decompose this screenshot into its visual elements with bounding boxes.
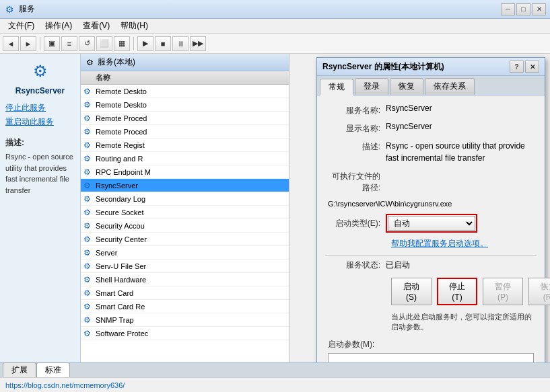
service-row-routing[interactable]: ⚙ Routing and R — [81, 152, 289, 165]
service-icon: ⚙ — [83, 114, 93, 123]
service-row-rpc-endpoint[interactable]: ⚙ RPC Endpoint M — [81, 165, 289, 179]
dialog-tabs: 常规 登录 恢复 依存关系 — [317, 76, 545, 95]
menu-file[interactable]: 文件(F) — [3, 19, 40, 33]
pause-button[interactable]: ⏸ — [172, 36, 188, 51]
desc-label: 描述: — [325, 140, 386, 153]
help-link[interactable]: 帮助我配置服务启动选项。 — [391, 238, 537, 249]
startup-type-row: 启动类型(E): 自动 手动 禁用 — [325, 214, 537, 233]
service-row-secure-socket[interactable]: ⚙ Secure Socket — [81, 206, 289, 219]
service-row-remote-desktop-2[interactable]: ⚙ Remote Deskto — [81, 98, 289, 112]
service-icon: ⚙ — [83, 302, 93, 311]
service-row-software-protec[interactable]: ⚙ Software Protec — [81, 327, 289, 340]
services-icon: ⚙ — [30, 61, 51, 82]
service-icon: ⚙ — [83, 194, 93, 204]
left-panel: ⚙ RsyncServer 停止此服务 重启动此服务 描述: Rsync - o… — [0, 54, 81, 392]
startup-type-label: 启动类型(E): — [325, 218, 386, 229]
service-row-remote-regist[interactable]: ⚙ Remote Regist — [81, 139, 289, 152]
left-panel-title: RsyncServer — [15, 86, 65, 95]
menu-bar: 文件(F) 操作(A) 查看(V) 帮助(H) — [0, 19, 550, 34]
status-label: 服务状态: — [325, 260, 386, 271]
toolbar-sep-1 — [40, 37, 40, 50]
dialog-content: 服务名称: RsyncServer 显示名称: RsyncServer 描述: … — [317, 95, 545, 372]
services-list-header: 名称 — [81, 71, 289, 85]
window-controls: ─ □ ✕ — [501, 3, 546, 15]
service-description: Rsync - open source utility that provide… — [5, 151, 75, 196]
service-row-secondary-log[interactable]: ⚙ Secondary Log — [81, 192, 289, 206]
window-title: 服务 — [19, 3, 501, 15]
dialog-help-button[interactable]: ? — [510, 61, 524, 73]
service-icon: ⚙ — [83, 275, 93, 284]
tab-recovery[interactable]: 恢复 — [390, 78, 423, 95]
restart-button[interactable]: ▶▶ — [190, 36, 206, 51]
service-row-snmp-trap[interactable]: ⚙ SNMP Trap — [81, 313, 289, 327]
service-row-security-center[interactable]: ⚙ Security Center — [81, 233, 289, 246]
service-icon: ⚙ — [83, 262, 93, 271]
menu-view[interactable]: 查看(V) — [77, 19, 115, 33]
path-label: 可执行文件的路径: — [325, 169, 386, 194]
dialog-close-button[interactable]: ✕ — [525, 61, 539, 73]
center-header: ⚙ 服务(本地) — [81, 54, 289, 71]
stop-button[interactable]: ■ — [155, 36, 171, 51]
service-icon: ⚙ — [83, 127, 93, 136]
tab-standard[interactable]: 标准 — [36, 362, 70, 377]
service-row-remote-proced-1[interactable]: ⚙ Remote Proced — [81, 112, 289, 125]
center-panel: ⚙ 服务(本地) 名称 ⚙ Remote Deskto ⚙ Remote Des… — [81, 54, 289, 392]
action-buttons: 启动(S) 停止(T) 暂停(P) 恢复(R) — [391, 278, 537, 305]
tab-general[interactable]: 常规 — [320, 79, 353, 95]
tab-extended[interactable]: 扩展 — [3, 362, 36, 377]
back-button[interactable]: ◄ — [3, 36, 19, 51]
forward-button[interactable]: ► — [20, 36, 36, 51]
maximize-button[interactable]: □ — [516, 3, 530, 15]
start-service-button[interactable]: 启动(S) — [391, 278, 432, 305]
app-icon: ⚙ — [4, 4, 15, 15]
service-row-remote-desktop-1[interactable]: ⚙ Remote Deskto — [81, 85, 289, 98]
service-name-value: RsyncServer — [386, 104, 537, 113]
refresh-button[interactable]: ↺ — [79, 36, 95, 51]
tab-dependencies[interactable]: 依存关系 — [425, 78, 475, 95]
service-row-servu[interactable]: ⚙ Serv-U File Ser — [81, 260, 289, 273]
service-row-server[interactable]: ⚙ Server — [81, 246, 289, 260]
service-row-rsyncserver[interactable]: ⚙ RsyncServer — [81, 179, 289, 192]
restart-service-link[interactable]: 重启动此服务 — [5, 116, 75, 128]
service-name-label: 服务名称: — [325, 104, 386, 116]
stop-service-button[interactable]: 停止(T) — [437, 278, 477, 305]
toolbar: ◄ ► ▣ ≡ ↺ ⬜ ▦ ▶ ■ ⏸ ▶▶ — [0, 34, 550, 54]
export-button[interactable]: ⬜ — [96, 36, 112, 51]
service-icon: ⚙ — [83, 208, 93, 217]
service-row-security-accou[interactable]: ⚙ Security Accou — [81, 219, 289, 233]
service-icon: ⚙ — [83, 154, 93, 163]
dialog-title-bar: RsyncServer 的属性(本地计算机) ? ✕ — [317, 58, 545, 76]
tab-login[interactable]: 登录 — [355, 78, 388, 95]
show-list-button[interactable]: ≡ — [61, 36, 77, 51]
properties-dialog: RsyncServer 的属性(本地计算机) ? ✕ 常规 登录 恢复 依存关系… — [316, 57, 545, 392]
services-list[interactable]: ⚙ Remote Deskto ⚙ Remote Deskto ⚙ Remote… — [81, 85, 289, 392]
pause-service-button[interactable]: 暂停(P) — [483, 278, 523, 305]
center-header-title: 服务(本地) — [98, 56, 135, 68]
stop-service-link[interactable]: 停止此服务 — [5, 102, 75, 114]
path-value-row: G:\rsyncserver\ICW\bin\cygrunsrv.exe — [328, 199, 537, 208]
play-button[interactable]: ▶ — [137, 36, 153, 51]
service-row-smart-card[interactable]: ⚙ Smart Card — [81, 286, 289, 300]
menu-action[interactable]: 操作(A) — [40, 19, 77, 33]
startup-type-select-box: 自动 手动 禁用 — [386, 214, 477, 233]
divider-1 — [325, 255, 537, 256]
path-value: G:\rsyncserver\ICW\bin\cygrunsrv.exe — [328, 200, 452, 208]
show-console-button[interactable]: ▣ — [44, 36, 60, 51]
service-icon: ⚙ — [83, 288, 93, 298]
col-name-header: 名称 — [96, 73, 203, 83]
title-bar: ⚙ 服务 ─ □ ✕ — [0, 0, 550, 19]
service-row-smart-card-re[interactable]: ⚙ Smart Card Re — [81, 300, 289, 313]
menu-help[interactable]: 帮助(H) — [115, 19, 153, 33]
startup-type-select[interactable]: 自动 手动 禁用 — [388, 216, 475, 231]
service-status-row: 服务状态: 已启动 — [325, 260, 537, 271]
service-row-shell-hardware[interactable]: ⚙ Shell Hardware — [81, 273, 289, 286]
start-param-label: 启动参数(M): — [328, 339, 537, 350]
service-icon: ⚙ — [83, 141, 93, 150]
filter-button[interactable]: ▦ — [114, 36, 130, 51]
minimize-button[interactable]: ─ — [501, 3, 515, 15]
desc-value: Rsync - open source utility that provide… — [386, 140, 537, 164]
service-row-remote-proced-2[interactable]: ⚙ Remote Proced — [81, 125, 289, 139]
close-button[interactable]: ✕ — [532, 3, 546, 15]
start-hint: 当从此处启动服务时，您可以指定所适用的启动参数。 — [391, 312, 537, 332]
resume-service-button[interactable]: 恢复(R) — [528, 278, 550, 305]
